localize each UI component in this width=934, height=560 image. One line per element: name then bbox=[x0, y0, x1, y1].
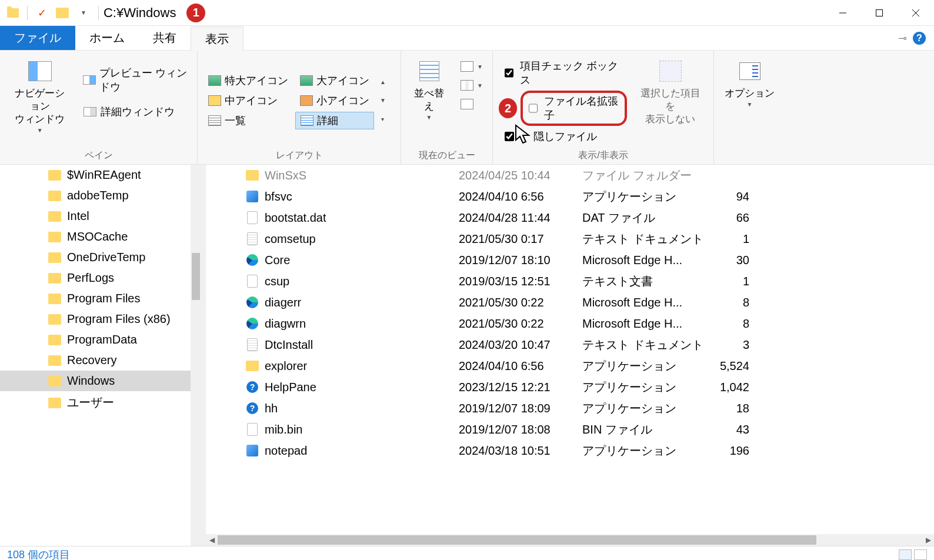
horizontal-scrollbar[interactable]: ◀ ▶ bbox=[206, 534, 934, 546]
file-row[interactable]: bfsvc2024/04/10 6:56アプリケーション94 bbox=[206, 186, 934, 207]
file-date: 2019/12/07 18:08 bbox=[459, 423, 582, 436]
scroll-left-icon[interactable]: ◀ bbox=[206, 536, 218, 544]
tree-item[interactable]: $WinREAgent bbox=[0, 165, 201, 185]
ribbon-group-layout: 特大アイコン 大アイコン ▲ ▼ ▾ 中アイコン 小アイコン 一覧 詳細 レイア… bbox=[198, 51, 401, 164]
tree-item[interactable]: Program Files bbox=[0, 288, 201, 309]
group-by-button[interactable]: ▼ bbox=[457, 59, 486, 74]
minimize-button[interactable] bbox=[825, 0, 861, 26]
tree-item[interactable]: Recovery bbox=[0, 350, 201, 371]
file-date: 2021/05/30 0:22 bbox=[459, 296, 582, 309]
file-row[interactable]: ?HelpPane2023/12/15 12:21アプリケーション1,042 bbox=[206, 376, 934, 398]
preview-pane-button[interactable]: プレビュー ウィンドウ bbox=[79, 64, 191, 96]
hide-selected-icon bbox=[659, 61, 682, 82]
file-name: explorer bbox=[265, 359, 307, 373]
layout-medium-icons[interactable]: 中アイコン bbox=[204, 92, 293, 109]
layout-extra-large-icons[interactable]: 特大アイコン bbox=[204, 72, 293, 89]
scrollbar-thumb[interactable] bbox=[218, 535, 816, 545]
folder-icon bbox=[246, 170, 259, 181]
new-folder-icon[interactable] bbox=[56, 8, 69, 18]
layout-small-icons[interactable]: 小アイコン bbox=[295, 92, 374, 109]
ribbon-group-current-view: 並べ替え ▼ ▼ ▼ 現在のビュー bbox=[401, 51, 493, 164]
tab-file[interactable]: ファイル bbox=[0, 26, 75, 50]
options-button[interactable]: オプション ▼ bbox=[720, 55, 779, 111]
tree-item-label: ProgramData bbox=[67, 333, 137, 346]
help-icon[interactable]: ? bbox=[913, 32, 926, 45]
help-icon: ? bbox=[246, 402, 258, 414]
file-type: Microsoft Edge H... bbox=[582, 254, 703, 267]
file-row[interactable]: csup2019/03/15 12:51テキスト文書1 bbox=[206, 271, 934, 292]
tree-item[interactable]: adobeTemp bbox=[0, 185, 201, 206]
file-row[interactable]: diagerr2021/05/30 0:22Microsoft Edge H..… bbox=[206, 292, 934, 313]
file-row[interactable]: bootstat.dat2024/04/28 11:44DAT ファイル66 bbox=[206, 207, 934, 228]
tree-item-label: $WinREAgent bbox=[67, 168, 141, 182]
tab-home[interactable]: ホーム bbox=[75, 26, 139, 50]
scroll-right-icon[interactable]: ▶ bbox=[922, 536, 934, 544]
file-row[interactable]: ?hh2019/12/07 18:09アプリケーション18 bbox=[206, 398, 934, 419]
file-row[interactable]: mib.bin2019/12/07 18:08BIN ファイル43 bbox=[206, 419, 934, 440]
properties-icon[interactable]: ✓ bbox=[36, 7, 48, 19]
close-button[interactable] bbox=[898, 0, 934, 26]
tree-item[interactable]: Windows bbox=[0, 371, 201, 391]
tab-view[interactable]: 表示 bbox=[191, 26, 243, 51]
tree-item[interactable]: PerfLogs bbox=[0, 268, 201, 288]
file-extensions-checkbox[interactable]: ファイル名拡張子 bbox=[521, 91, 627, 126]
hide-selected-button[interactable]: 選択した項目を表示しない bbox=[633, 55, 708, 129]
details-pane-button[interactable]: 詳細ウィンドウ bbox=[79, 102, 191, 121]
file-name: hh bbox=[265, 402, 278, 415]
file-size: 1 bbox=[703, 275, 755, 288]
txt-icon bbox=[247, 338, 258, 351]
tree-item[interactable]: OneDriveTemp bbox=[0, 247, 201, 268]
maximize-button[interactable] bbox=[861, 0, 898, 26]
navigation-tree[interactable]: $WinREAgentadobeTempIntelMSOCacheOneDriv… bbox=[0, 165, 201, 546]
layout-scroll-down-icon[interactable]: ▼ bbox=[378, 96, 388, 104]
file-row[interactable]: WinSxS2024/04/25 10:44ファイル フォルダー bbox=[206, 165, 934, 186]
tree-item[interactable]: Intel bbox=[0, 206, 201, 226]
sort-icon bbox=[419, 61, 439, 81]
file-list[interactable]: WinSxS2024/04/25 10:44ファイル フォルダーbfsvc202… bbox=[206, 165, 934, 534]
details-view-toggle[interactable] bbox=[899, 549, 912, 560]
add-columns-button[interactable]: ▼ bbox=[457, 78, 486, 93]
splitter[interactable] bbox=[201, 165, 206, 546]
item-checkboxes-checkbox[interactable]: 項目チェック ボックス bbox=[499, 56, 627, 89]
file-icon bbox=[247, 211, 258, 224]
window-controls bbox=[825, 0, 934, 26]
layout-scroll-up-icon[interactable]: ▲ bbox=[378, 78, 388, 86]
tree-item[interactable]: ユーザー bbox=[0, 391, 201, 414]
qat-dropdown-icon[interactable]: ▼ bbox=[77, 7, 90, 18]
tree-item[interactable]: ProgramData bbox=[0, 329, 201, 350]
size-columns-button[interactable] bbox=[457, 96, 486, 112]
layout-more-icon[interactable]: ▾ bbox=[379, 115, 386, 123]
layout-list[interactable]: 一覧 bbox=[204, 112, 293, 129]
checkbox-input[interactable] bbox=[529, 104, 538, 113]
navigation-pane-button[interactable]: ナビゲーションウィンドウ ▼ bbox=[6, 55, 74, 137]
file-date: 2024/03/18 10:51 bbox=[459, 444, 582, 458]
file-name: diagerr bbox=[265, 296, 301, 309]
folder-icon bbox=[48, 252, 61, 263]
file-row[interactable]: explorer2024/04/10 6:56アプリケーション5,524 bbox=[206, 355, 934, 376]
file-row[interactable]: DtcInstall2024/03/20 10:47テキスト ドキュメント3 bbox=[206, 334, 934, 355]
file-name: csup bbox=[265, 275, 289, 288]
folder-icon bbox=[48, 398, 61, 408]
tree-item[interactable]: Program Files (x86) bbox=[0, 309, 201, 329]
file-date: 2023/12/15 12:21 bbox=[459, 381, 582, 394]
ribbon-group-options: オプション ▼ bbox=[714, 51, 785, 164]
preview-pane-icon bbox=[83, 75, 96, 85]
file-size: 18 bbox=[703, 402, 755, 415]
checkbox-input[interactable] bbox=[505, 68, 513, 78]
tree-item[interactable]: MSOCache bbox=[0, 226, 201, 247]
layout-large-icons[interactable]: 大アイコン bbox=[295, 72, 374, 89]
sort-by-button[interactable]: 並べ替え ▼ bbox=[407, 55, 451, 124]
file-size: 66 bbox=[703, 211, 755, 225]
thumbnails-view-toggle[interactable] bbox=[914, 549, 927, 560]
hidden-items-checkbox[interactable]: 隠しファイル bbox=[499, 127, 627, 146]
ribbon-group-label bbox=[720, 148, 779, 162]
tab-share[interactable]: 共有 bbox=[139, 26, 191, 50]
file-row[interactable]: comsetup2021/05/30 0:17テキスト ドキュメント1 bbox=[206, 228, 934, 249]
tree-scrollbar[interactable] bbox=[191, 165, 201, 546]
file-row[interactable]: notepad2024/03/18 10:51アプリケーション196 bbox=[206, 440, 934, 461]
file-row[interactable]: Core2019/12/07 18:10Microsoft Edge H...3… bbox=[206, 249, 934, 271]
layout-details[interactable]: 詳細 bbox=[295, 112, 374, 129]
file-row[interactable]: diagwrn2021/05/30 0:22Microsoft Edge H..… bbox=[206, 313, 934, 334]
minimize-ribbon-icon[interactable]: ⊸ bbox=[898, 32, 907, 45]
scrollbar-thumb[interactable] bbox=[192, 253, 200, 300]
